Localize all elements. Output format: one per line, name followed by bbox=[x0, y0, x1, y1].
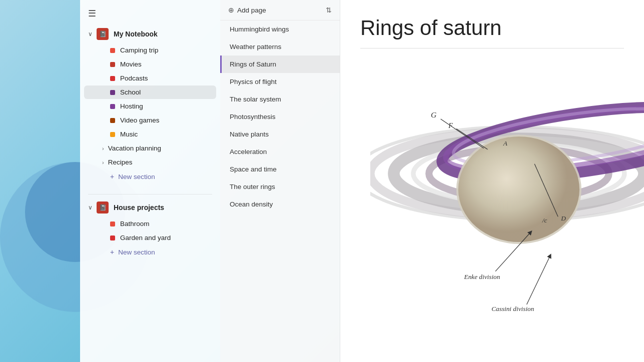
sidebar-item-movies[interactable]: Movies bbox=[84, 58, 216, 71]
main-content: Rings of saturn bbox=[340, 0, 644, 362]
svg-text:A: A bbox=[503, 140, 508, 147]
page-item-label: Rings of Saturn bbox=[230, 60, 276, 68]
plus-icon: + bbox=[110, 172, 114, 180]
pages-toolbar: ⊕ Add page ⇅ bbox=[220, 0, 340, 20]
page-item-native-plants[interactable]: Native plants bbox=[220, 126, 340, 143]
plus-icon: + bbox=[110, 248, 114, 256]
section-color-dot bbox=[110, 104, 115, 109]
section-label: Bathroom bbox=[120, 220, 150, 228]
sort-icon[interactable]: ⇅ bbox=[326, 6, 332, 14]
page-item-weather[interactable]: Weather patterns bbox=[220, 38, 340, 56]
section-label: School bbox=[120, 88, 141, 96]
page-item-outer-rings[interactable]: The outer rings bbox=[220, 178, 340, 196]
section-label: Vacation planning bbox=[108, 144, 161, 152]
section-label: Hosting bbox=[120, 102, 143, 110]
page-item-label: The outer rings bbox=[230, 183, 275, 190]
notebook-divider bbox=[88, 194, 212, 194]
notebook-header-my-notebook[interactable]: ∨ 📓 My Notebook bbox=[80, 25, 220, 43]
svg-text:Enke division: Enke division bbox=[464, 273, 500, 280]
app-container: ☰ ∨ 📓 My Notebook Camping trip Movies bbox=[80, 0, 644, 362]
section-color-dot bbox=[110, 76, 115, 81]
page-item-label: Acceleration bbox=[230, 148, 267, 156]
notebook-section-my-notebook: ∨ 📓 My Notebook Camping trip Movies Podc… bbox=[80, 25, 220, 190]
page-item-acceleration[interactable]: Acceleration bbox=[220, 143, 340, 160]
saturn-rings-svg: G F A /c D Enke division bbox=[370, 40, 644, 362]
section-label: Recipes bbox=[108, 158, 133, 166]
section-color-dot bbox=[110, 48, 115, 53]
svg-line-20 bbox=[527, 256, 550, 304]
sidebar-item-videogames[interactable]: Video games bbox=[84, 114, 216, 127]
pages-panel: ⊕ Add page ⇅ Hummingbird wings Weather p… bbox=[220, 0, 340, 362]
section-label: Camping trip bbox=[120, 46, 159, 54]
sidebar-item-camping[interactable]: Camping trip bbox=[84, 44, 216, 57]
pages-list: Hummingbird wings Weather patterns Rings… bbox=[220, 20, 340, 213]
page-item-ocean-density[interactable]: Ocean density bbox=[220, 196, 340, 213]
new-section-button-my-notebook[interactable]: + New section bbox=[84, 170, 216, 184]
notebook-title-my-notebook: My Notebook bbox=[114, 30, 158, 38]
new-section-label: New section bbox=[118, 173, 155, 180]
section-label: Video games bbox=[120, 116, 160, 124]
section-color-dot bbox=[110, 222, 115, 226]
section-label: Music bbox=[120, 130, 138, 138]
section-color-dot bbox=[110, 118, 115, 123]
page-item-label: The solar system bbox=[230, 96, 281, 103]
page-item-label: Ocean density bbox=[230, 200, 273, 208]
sidebar-item-garden[interactable]: Garden and yard bbox=[84, 231, 216, 244]
sidebar-item-podcasts[interactable]: Podcasts bbox=[84, 72, 216, 85]
section-color-dot bbox=[110, 62, 115, 67]
page-item-space-time[interactable]: Space and time bbox=[220, 160, 340, 178]
page-item-label: Space and time bbox=[230, 166, 277, 173]
page-item-label: Native plants bbox=[230, 130, 269, 138]
new-section-button-house-projects[interactable]: + New section bbox=[84, 245, 216, 259]
sidebar: ☰ ∨ 📓 My Notebook Camping trip Movies bbox=[80, 0, 220, 362]
section-label: Garden and yard bbox=[120, 234, 171, 242]
sidebar-item-recipes[interactable]: › Recipes bbox=[84, 156, 216, 169]
page-item-label: Hummingbird wings bbox=[230, 26, 289, 33]
page-item-photosynthesis[interactable]: Photosynthesis bbox=[220, 108, 340, 126]
hamburger-button[interactable]: ☰ bbox=[80, 4, 220, 25]
svg-text:F: F bbox=[448, 122, 453, 130]
add-page-button[interactable]: ⊕ Add page bbox=[228, 6, 266, 14]
sidebar-item-music[interactable]: Music bbox=[84, 128, 216, 141]
add-page-icon: ⊕ bbox=[228, 6, 234, 14]
chevron-right-icon: › bbox=[102, 160, 104, 166]
section-label: Podcasts bbox=[120, 74, 148, 82]
page-item-physics-flight[interactable]: Physics of flight bbox=[220, 73, 340, 90]
section-color-dot bbox=[110, 236, 115, 240]
section-color-dot bbox=[110, 90, 115, 95]
page-item-rings-saturn[interactable]: Rings of Saturn bbox=[220, 56, 340, 73]
sidebar-item-school[interactable]: School bbox=[84, 86, 216, 99]
svg-text:G: G bbox=[431, 110, 436, 119]
sidebar-item-vacation[interactable]: › Vacation planning bbox=[84, 142, 216, 155]
section-label: Movies bbox=[120, 60, 142, 68]
svg-text:Cassini division: Cassini division bbox=[491, 305, 534, 312]
page-item-label: Weather patterns bbox=[230, 43, 281, 50]
sidebar-item-hosting[interactable]: Hosting bbox=[84, 100, 216, 113]
svg-text:/c: /c bbox=[542, 216, 547, 224]
notebook-title-house-projects: House projects bbox=[114, 204, 164, 212]
add-page-label: Add page bbox=[237, 6, 266, 14]
sidebar-item-bathroom[interactable]: Bathroom bbox=[84, 217, 216, 230]
notebook-icon-house-projects: 📓 bbox=[97, 202, 109, 214]
page-item-label: Photosynthesis bbox=[230, 113, 276, 120]
page-item-solar-system[interactable]: The solar system bbox=[220, 90, 340, 108]
svg-point-9 bbox=[458, 136, 579, 242]
notebook-icon-my-notebook: 📓 bbox=[97, 28, 109, 40]
page-item-label: Physics of flight bbox=[230, 78, 277, 86]
chevron-down-icon: ∨ bbox=[88, 204, 93, 211]
new-section-label: New section bbox=[118, 248, 155, 256]
chevron-down-icon: ∨ bbox=[88, 30, 93, 38]
notebook-header-house-projects[interactable]: ∨ 📓 House projects bbox=[80, 198, 220, 216]
page-item-hummingbird[interactable]: Hummingbird wings bbox=[220, 20, 340, 38]
saturn-diagram: G F A /c D Enke division bbox=[370, 40, 644, 362]
svg-text:D: D bbox=[560, 214, 566, 222]
section-color-dot bbox=[110, 132, 115, 137]
chevron-right-icon: › bbox=[102, 146, 104, 152]
notebook-section-house-projects: ∨ 📓 House projects Bathroom Garden and y… bbox=[80, 198, 220, 266]
